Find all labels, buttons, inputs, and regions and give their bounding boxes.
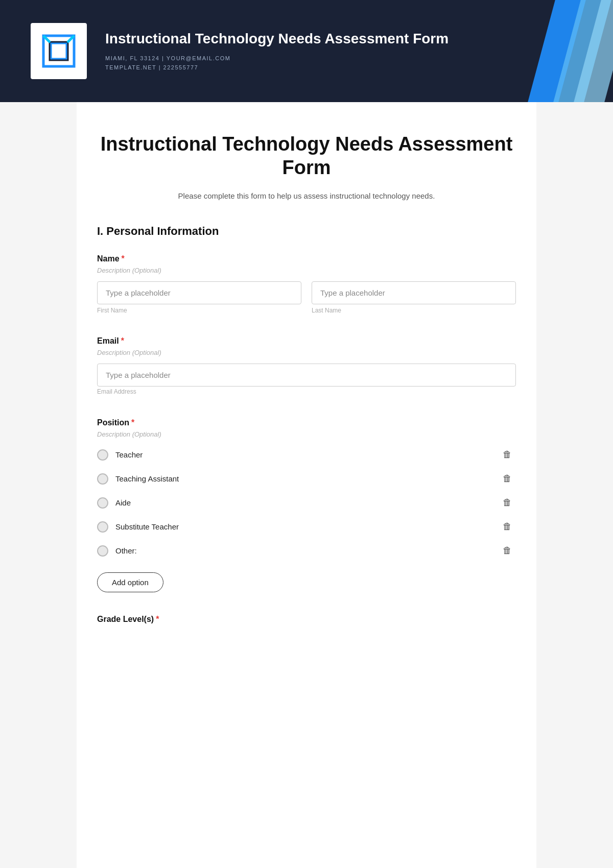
header-contact-2: TEMPLATE.NET | 222555777 [105,63,449,73]
email-label: Email * [97,336,516,346]
radio-left-substitute: Substitute Teacher [97,521,179,533]
name-input-row: First Name Last Name [97,281,516,314]
form-main: Instructional Technology Needs Assessmen… [77,102,536,868]
section1-heading: I. Personal Information [97,225,516,238]
first-name-wrapper: First Name [97,281,301,314]
grade-required-star: * [156,615,159,624]
position-option-substitute: Substitute Teacher 🗑 [97,517,516,536]
header-title: Instructional Technology Needs Assessmen… [105,30,449,48]
name-label: Name * [97,254,516,263]
radio-label-ta: Teaching Assistant [115,474,179,483]
name-description: Description (Optional) [97,267,516,274]
delete-aide-button[interactable]: 🗑 [499,495,516,510]
form-main-title: Instructional Technology Needs Assessmen… [97,133,516,179]
radio-circle-aide[interactable] [97,497,108,509]
radio-label-aide: Aide [115,498,131,507]
header-contact-1: MIAMI, FL 33124 | YOUR@EMAIL.COM [105,54,449,63]
position-option-teacher: Teacher 🗑 [97,445,516,464]
email-sublabel: Email Address [97,388,136,395]
position-field-group: Position * Description (Optional) Teache… [97,418,516,592]
grade-label: Grade Level(s) * [97,615,516,624]
radio-left-ta: Teaching Assistant [97,473,179,485]
radio-left-aide: Aide [97,497,131,509]
position-label: Position * [97,418,516,427]
last-name-input[interactable] [312,281,516,304]
email-field-group: Email * Description (Optional) Email Add… [97,336,516,396]
delete-substitute-button[interactable]: 🗑 [499,519,516,534]
radio-circle-ta[interactable] [97,473,108,485]
svg-rect-4 [51,43,66,59]
email-description: Description (Optional) [97,349,516,356]
delete-ta-button[interactable]: 🗑 [499,471,516,486]
delete-teacher-button[interactable]: 🗑 [499,447,516,462]
delete-other-button[interactable]: 🗑 [499,543,516,558]
radio-circle-teacher[interactable] [97,449,108,461]
email-required-star: * [121,336,124,346]
page-header: Instructional Technology Needs Assessmen… [0,0,613,102]
position-option-other: Other: 🗑 [97,541,516,560]
header-decorative-stripes [501,0,613,102]
first-name-sublabel: First Name [97,307,301,314]
position-required-star: * [131,418,134,427]
position-option-aide: Aide 🗑 [97,493,516,512]
position-options-list: Teacher 🗑 Teaching Assistant 🗑 Aide 🗑 [97,445,516,560]
radio-left-teacher: Teacher [97,449,143,461]
radio-circle-other[interactable] [97,545,108,557]
radio-left-other: Other: [97,545,137,557]
email-input[interactable] [97,364,516,387]
radio-label-other: Other: [115,546,137,555]
radio-circle-substitute[interactable] [97,521,108,533]
position-option-ta: Teaching Assistant 🗑 [97,469,516,488]
name-field-group: Name * Description (Optional) First Name… [97,254,516,314]
last-name-sublabel: Last Name [312,307,516,314]
first-name-input[interactable] [97,281,301,304]
form-subtitle: Please complete this form to help us ass… [97,191,516,200]
position-description: Description (Optional) [97,430,516,438]
svg-rect-1 [50,42,67,60]
last-name-wrapper: Last Name [312,281,516,314]
radio-label-substitute: Substitute Teacher [115,522,179,531]
company-logo [31,23,87,79]
header-text-block: Instructional Technology Needs Assessmen… [105,30,449,73]
name-required-star: * [122,254,125,263]
radio-label-teacher: Teacher [115,450,143,459]
grade-field-group: Grade Level(s) * [97,615,516,624]
add-option-button[interactable]: Add option [97,572,163,592]
